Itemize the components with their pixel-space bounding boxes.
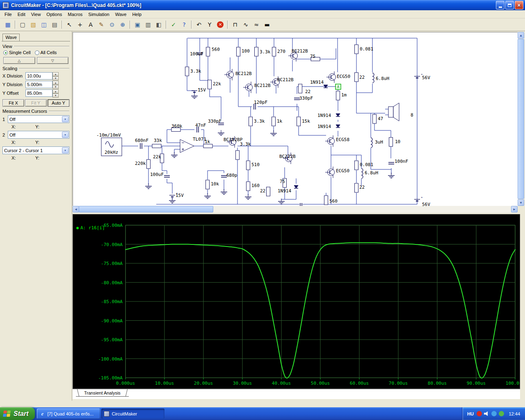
component-label[interactable]: 22k: [213, 81, 221, 87]
fit-x-button[interactable]: Fit X: [2, 99, 24, 107]
resistor[interactable]: [208, 80, 212, 89]
components-chip-button[interactable]: ▦: [3, 20, 13, 30]
component-label[interactable]: 8: [411, 112, 413, 118]
component-label[interactable]: 100uF: [190, 51, 203, 57]
component-label[interactable]: ECG50: [337, 74, 350, 79]
component-label[interactable]: 1N914: [310, 80, 324, 85]
component-label[interactable]: 56V: [422, 202, 430, 206]
probe-tool-button[interactable]: Y: [205, 20, 215, 30]
component-label[interactable]: 100nF: [395, 159, 408, 164]
task-button-circuitmaker[interactable]: CircuitMaker: [101, 409, 164, 419]
component-label[interactable]: 120pF: [254, 100, 267, 105]
component-label[interactable]: BC212B: [235, 71, 252, 76]
resistor[interactable]: [297, 117, 301, 126]
component-label[interactable]: 160: [251, 183, 260, 188]
component-label[interactable]: 3.3k: [254, 119, 265, 124]
next-wave-button[interactable]: ▽: [37, 57, 69, 64]
x-division-input[interactable]: [25, 72, 52, 80]
component-label[interactable]: 3uH: [375, 139, 383, 145]
spin-down-icon[interactable]: ▼: [52, 94, 59, 98]
resistor[interactable]: [299, 84, 302, 93]
save-file-button[interactable]: ◫: [39, 20, 49, 30]
minimize-button[interactable]: [496, 1, 504, 9]
zoom-select-tool-button[interactable]: ⊕: [118, 20, 128, 30]
component-label[interactable]: 6.8uH: [376, 76, 389, 81]
resistor[interactable]: [355, 161, 358, 170]
component-label[interactable]: 1N914: [317, 113, 331, 118]
component-label[interactable]: 22k: [153, 154, 161, 160]
component-label[interactable]: 22: [359, 185, 365, 190]
resistor[interactable]: [249, 117, 253, 126]
scroll-right-icon[interactable]: ►: [511, 206, 518, 212]
close-button[interactable]: ×: [515, 1, 523, 9]
component-label[interactable]: BC212B: [292, 48, 308, 54]
cursor1-select[interactable]: Off ▼: [8, 115, 69, 123]
menu-wave[interactable]: Wave: [112, 11, 130, 18]
resistor[interactable]: [355, 183, 358, 192]
resistor[interactable]: [336, 91, 340, 100]
chevron-down-icon[interactable]: ▼: [62, 147, 68, 153]
restore-button[interactable]: [505, 1, 514, 9]
component-label[interactable]: 360k: [171, 123, 183, 129]
component-label[interactable]: BC212B: [277, 77, 294, 82]
cursor-diff-select[interactable]: Cursor 2 - Cursor 1 ▼: [2, 146, 69, 154]
component-label[interactable]: BC212B: [254, 83, 271, 88]
component-label[interactable]: 560: [212, 47, 220, 52]
schematic-area[interactable]: ++++A100uF5601003.3k270BC212B750.0813.3k…: [73, 32, 518, 206]
new-file-button[interactable]: ▢: [18, 20, 27, 30]
digital-scope-button[interactable]: ⊓: [230, 20, 240, 30]
component-label[interactable]: 22: [260, 188, 265, 194]
component-label[interactable]: 10: [395, 139, 400, 144]
spin-down-icon[interactable]: ▼: [52, 76, 59, 80]
split-view-button[interactable]: ◧: [154, 20, 164, 30]
component-label[interactable]: 680nF: [135, 138, 148, 143]
component-label[interactable]: 3.3k: [240, 142, 251, 147]
component-label[interactable]: 6.8uH: [365, 170, 378, 176]
scroll-left-icon[interactable]: ◄: [73, 206, 79, 212]
resistor[interactable]: [203, 144, 212, 148]
wire-tool-button[interactable]: +: [75, 20, 85, 30]
start-button[interactable]: Start: [0, 407, 35, 420]
waveform-plot[interactable]: -65.00mA-70.00mA-75.00mA-80.00mA-85.00mA…: [73, 215, 520, 388]
component-label[interactable]: 270: [277, 49, 285, 54]
chevron-down-icon[interactable]: ▼: [62, 116, 68, 122]
language-indicator[interactable]: HU: [467, 411, 474, 416]
inductor[interactable]: [372, 73, 374, 83]
schematic-canvas[interactable]: ++++A100uF5601003.3k270BC212B750.0813.3k…: [73, 32, 518, 206]
waveform-panel[interactable]: -65.00mA-70.00mA-75.00mA-80.00mA-85.00mA…: [73, 214, 520, 389]
component-label[interactable]: 47: [378, 116, 383, 121]
menu-view[interactable]: View: [28, 11, 44, 18]
task-button-browser[interactable]: e[7] Quad 405-ös erős...: [37, 409, 100, 419]
component-label[interactable]: 22: [359, 75, 365, 80]
component-label[interactable]: ECG58: [336, 137, 349, 142]
y-division-input[interactable]: [25, 81, 52, 88]
menu-file[interactable]: File: [2, 11, 15, 18]
spin-up-icon[interactable]: ▲: [52, 89, 59, 94]
zoom-tool-button[interactable]: ⊙: [107, 20, 117, 30]
tab-wave[interactable]: Wave: [2, 34, 20, 41]
resistor[interactable]: [267, 187, 270, 196]
scroll-down-icon[interactable]: ▼: [518, 199, 524, 206]
resistor[interactable]: [355, 73, 358, 82]
component-label[interactable]: 1N914: [278, 188, 291, 194]
menu-options[interactable]: Options: [43, 11, 65, 18]
edit-tool-button[interactable]: ✎: [96, 20, 106, 30]
signal-display-button[interactable]: ▬: [262, 20, 272, 30]
component-label[interactable]: 0.081: [360, 46, 373, 52]
resistor[interactable]: [373, 114, 377, 123]
resistor[interactable]: [236, 151, 240, 160]
component-label[interactable]: 1N914: [317, 124, 331, 129]
component-label[interactable]: 3.3k: [260, 49, 271, 55]
run-check-button[interactable]: ✓: [169, 20, 178, 30]
text-tool-button[interactable]: A: [86, 20, 96, 30]
resistor[interactable]: [389, 137, 393, 146]
component-label[interactable]: BC212B: [279, 154, 296, 159]
reset-simulation-button[interactable]: ↶: [194, 20, 204, 30]
menu-macros[interactable]: Macros: [65, 11, 85, 18]
diode[interactable]: [336, 114, 340, 116]
view-option-single-cell[interactable]: Single Cell: [3, 50, 31, 55]
resistor[interactable]: [247, 161, 250, 170]
component-label[interactable]: 1k: [205, 139, 210, 144]
tab-transient-analysis[interactable]: Transient Analysis: [76, 389, 129, 397]
resistor[interactable]: [152, 144, 161, 148]
